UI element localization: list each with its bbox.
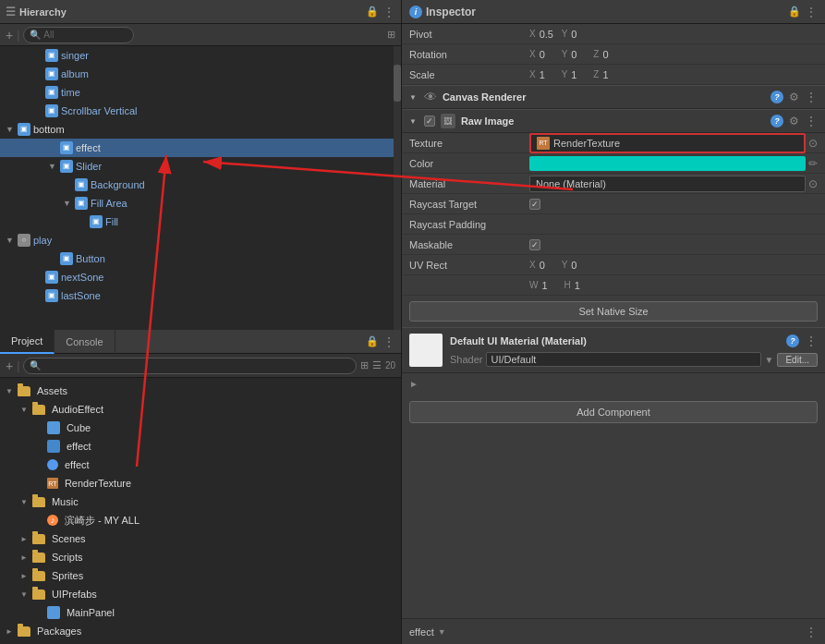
canvas-menu-icon[interactable]: ⋮	[805, 90, 818, 104]
tree-icon: ▣	[75, 178, 88, 191]
tree-item-fill-area[interactable]: ▣ Fill Area	[0, 194, 401, 213]
options-icon[interactable]: ⋮	[382, 334, 395, 349]
shader-dropdown-icon[interactable]: ▼	[765, 355, 774, 365]
color-picker-icon[interactable]: ✏	[808, 157, 818, 170]
raw-image-settings-icon[interactable]: ⚙	[789, 115, 799, 128]
tree-icon: ▣	[75, 197, 88, 210]
filter2-icon[interactable]: ⊞	[360, 359, 369, 371]
tree-label: lastSone	[61, 290, 101, 301]
material-info: Default UI Material (Material) ? ⋮ Shade…	[450, 334, 818, 367]
folder-sprites[interactable]: ► Sprites	[0, 566, 401, 585]
material-select-icon[interactable]: ⊙	[808, 177, 818, 190]
add-component-button[interactable]: Add Component	[409, 401, 818, 423]
folder-music[interactable]: ▼ Music	[0, 492, 401, 511]
filter3-icon[interactable]: ☰	[372, 359, 382, 371]
effect-circle-icon	[47, 459, 58, 470]
packages-label: Packages	[37, 626, 81, 637]
folder-scenes[interactable]: ► Scenes	[0, 529, 401, 548]
tree-item-nextsone[interactable]: ▣ nextSone	[0, 268, 401, 286]
pivot-value: X 0.5 Y 0	[529, 29, 818, 40]
texture-select-icon[interactable]: ⊙	[808, 137, 818, 150]
raw-image-triangle: ▼	[409, 117, 417, 126]
cube-icon	[47, 421, 60, 434]
project-search[interactable]: 🔍	[23, 358, 357, 374]
raw-image-menu-icon[interactable]: ⋮	[805, 114, 818, 128]
material-value: None (Material)	[536, 178, 606, 189]
hierarchy-tree: ▣ singer ▣ album ▣ time	[0, 46, 401, 330]
hierarchy-lock-icon[interactable]: 🔒	[366, 6, 379, 18]
folder-packages[interactable]: ► Packages	[0, 622, 401, 640]
tree-item-album[interactable]: ▣ album	[0, 65, 401, 83]
mainpanel-icon	[47, 606, 60, 619]
folder-icon	[32, 405, 45, 415]
file-song[interactable]: ► ♪ 滨崎步 - MY ALL	[0, 511, 401, 529]
material-row: Material None (Material) ⊙	[402, 174, 825, 194]
raw-image-info-icon[interactable]: ?	[770, 115, 783, 128]
hierarchy-search[interactable]: 🔍 All	[23, 27, 134, 43]
hierarchy-menu-icon[interactable]: ☰	[6, 6, 16, 18]
tree-item-play[interactable]: ○ play	[0, 231, 401, 249]
tree-item-slider[interactable]: ▣ Slider	[0, 157, 401, 176]
folder-audioeffect[interactable]: ▼ AudioEffect	[0, 400, 401, 419]
canvas-settings-icon[interactable]: ⚙	[789, 91, 799, 103]
effect1-label: effect	[67, 441, 91, 452]
canvas-info-icon[interactable]: ?	[770, 91, 783, 103]
file-rendertexture[interactable]: ► RT RenderTexture	[0, 474, 401, 492]
tree-item-singer[interactable]: ▣ singer	[0, 46, 401, 65]
folder-icon	[18, 626, 30, 637]
tree-icon: ▣	[90, 215, 103, 228]
lock-icon[interactable]: 🔒	[366, 335, 379, 347]
lock-icon[interactable]: 🔒	[788, 6, 801, 18]
music-icon: ♪	[47, 515, 58, 526]
filter-icon[interactable]: ⊞	[387, 29, 395, 41]
tab-project[interactable]: Project	[0, 330, 55, 354]
texture-field[interactable]: RT RenderTexture	[529, 133, 806, 153]
tree-item-lastsone[interactable]: ▣ lastSone	[0, 286, 401, 305]
add-button[interactable]: +	[6, 28, 13, 43]
tree-triangle	[6, 125, 15, 134]
folder-uiprefabs[interactable]: ▼ UIPrefabs	[0, 585, 401, 603]
options-icon[interactable]: ⋮	[805, 5, 818, 19]
tree-icon: ▣	[45, 49, 58, 62]
hierarchy-scrollbar[interactable]	[394, 46, 401, 330]
bottom-tabs-bar: Project Console 🔒 ⋮	[0, 330, 401, 354]
maskable-checkbox[interactable]: ✓	[529, 239, 540, 250]
material-name: Default UI Material (Material)	[450, 335, 587, 346]
sprites-label: Sprites	[52, 570, 83, 581]
tree-item-fill[interactable]: ▣ Fill	[0, 213, 401, 231]
edit-button[interactable]: Edit...	[777, 353, 818, 367]
tree-item-time[interactable]: ▣ time	[0, 83, 401, 102]
raw-image-checkbox[interactable]: ✓	[424, 115, 435, 127]
tree-item-bottom[interactable]: ▣ bottom	[0, 120, 401, 139]
tab-console[interactable]: Console	[55, 330, 115, 354]
effect-bar: effect ▼ ⋮	[402, 618, 825, 644]
tree-icon: ▣	[60, 160, 73, 173]
hierarchy-options-icon[interactable]: ⋮	[382, 5, 395, 19]
file-effect1[interactable]: ► effect	[0, 437, 401, 456]
set-native-size-button[interactable]: Set Native Size	[409, 301, 818, 322]
file-mainpanel[interactable]: ► MainPanel	[0, 603, 401, 622]
material-expand-triangle[interactable]: ►	[409, 379, 419, 389]
color-field[interactable]	[529, 156, 806, 171]
effect-dropdown[interactable]: effect ▼	[409, 626, 446, 638]
folder-assets[interactable]: ▼ Assets	[0, 382, 401, 400]
file-effect2[interactable]: ► effect	[0, 456, 401, 474]
add-button[interactable]: +	[6, 358, 13, 373]
uv-rect-wh-row: W 1 H 1	[402, 275, 825, 296]
color-row: Color ✏	[402, 153, 825, 174]
inspector-rotation-row: Rotation X 0 Y 0 Z 0	[402, 44, 825, 65]
tree-item-effect[interactable]: ▣ effect	[0, 139, 401, 157]
file-cube[interactable]: ► Cube	[0, 419, 401, 437]
folder-scripts[interactable]: ► Scripts	[0, 548, 401, 566]
raycast-target-checkbox[interactable]: ✓	[529, 199, 540, 210]
tree-item-button[interactable]: ▣ Button	[0, 249, 401, 268]
canvas-renderer-header: ▼ 👁 Canvas Renderer ? ⚙ ⋮	[402, 85, 825, 109]
tree-item-scrollbar[interactable]: ▣ Scrollbar Vertical	[0, 102, 401, 120]
material-label: Material	[409, 178, 529, 189]
tree-item-background[interactable]: ▣ Background	[0, 176, 401, 194]
search-placeholder: All	[43, 30, 54, 40]
effect-bar-options[interactable]: ⋮	[805, 625, 818, 639]
tree-icon: ▣	[60, 252, 73, 265]
material-menu-icon[interactable]: ⋮	[805, 334, 818, 348]
material-info-icon[interactable]: ?	[786, 334, 799, 347]
